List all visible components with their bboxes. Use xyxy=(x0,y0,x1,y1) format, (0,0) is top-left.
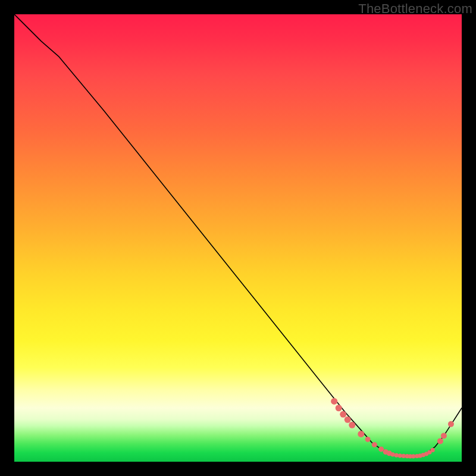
chart-overlay xyxy=(14,14,462,462)
marker-dot xyxy=(448,421,454,427)
marker-dots xyxy=(331,398,454,458)
marker-dot xyxy=(340,411,346,418)
marker-dot xyxy=(336,405,342,411)
chart-frame: TheBottleneck.com xyxy=(0,0,476,476)
marker-dot xyxy=(372,442,377,447)
marker-dot xyxy=(345,416,351,423)
marker-dot xyxy=(431,448,435,452)
marker-dot xyxy=(358,431,364,437)
marker-dot xyxy=(437,438,443,444)
marker-dot xyxy=(349,422,355,428)
marker-dot xyxy=(378,446,384,452)
marker-dot xyxy=(365,437,371,442)
marker-dot xyxy=(441,433,447,439)
watermark-text: TheBottleneck.com xyxy=(358,1,472,17)
marker-dot xyxy=(391,452,395,456)
marker-dot xyxy=(331,398,337,405)
curve-line xyxy=(14,14,462,456)
plot-area xyxy=(14,14,462,462)
